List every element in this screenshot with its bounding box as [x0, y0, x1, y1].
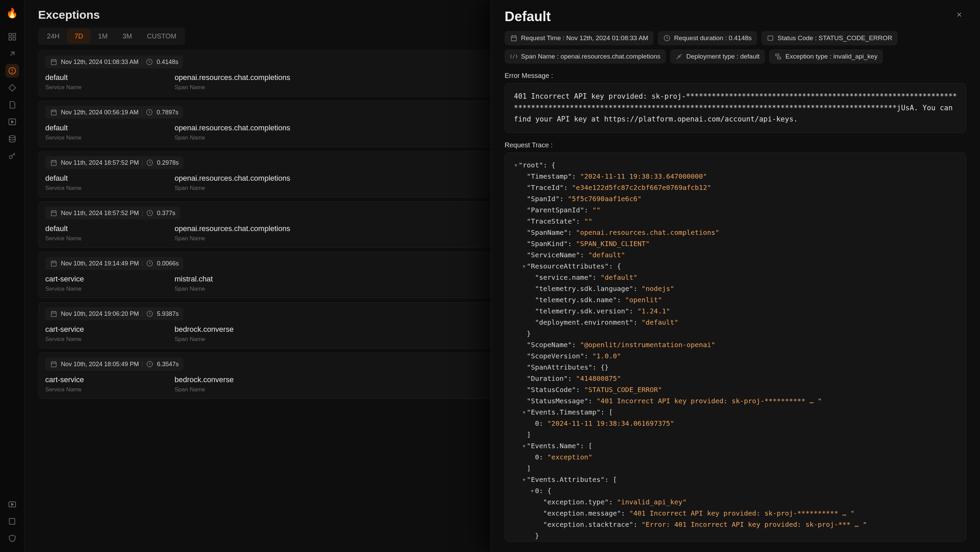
chip-text: Status Code : STATUS_CODE_ERROR — [778, 34, 892, 42]
chip-text: Exception type : invalid_api_key — [785, 53, 877, 60]
panel-chip: Span Name : openai.resources.chat.comple… — [504, 49, 666, 64]
span-name-label: Span Name — [175, 286, 277, 292]
card-service-name: default — [45, 73, 147, 82]
trace-line: "telemetry.sdk.version": "1.24.1" — [514, 305, 957, 317]
calendar-icon — [50, 159, 57, 166]
span-name-label: Span Name — [175, 386, 277, 393]
chip-text: Request Time : Nov 12th, 2024 01:08:33 A… — [521, 34, 648, 42]
time-tab-custom[interactable]: CUSTOM — [140, 29, 184, 44]
span-name-label: Span Name — [175, 235, 290, 242]
database-icon — [8, 134, 17, 143]
trace-line: "StatusMessage": "401 Incorrect API key … — [514, 395, 957, 407]
card-timestamp: Nov 12th, 2024 00:56:19 AM — [61, 109, 138, 116]
panel-chip: Status Code : STATUS_CODE_ERROR — [761, 31, 898, 45]
service-name-label: Service Name — [45, 134, 147, 141]
service-name-label: Service Name — [45, 386, 147, 393]
nav-requests[interactable] — [5, 47, 19, 60]
nav-terminal[interactable] — [5, 115, 19, 129]
trace-line: ▾"root": { — [514, 160, 957, 171]
trace-line: "SpanId": "5f5c7690aaf1e6c6" — [514, 193, 957, 205]
clock-icon — [146, 310, 153, 318]
card-service-name: cart-service — [45, 375, 147, 384]
trace-line: 0: "exception" — [514, 452, 957, 463]
time-tab-24h[interactable]: 24H — [40, 29, 67, 44]
card-duration: 6.3547s — [157, 361, 179, 368]
panel-chip: Request Time : Nov 12th, 2024 01:08:33 A… — [504, 31, 654, 45]
calendar-icon — [50, 58, 57, 66]
trace-line: "StatusCode": "STATUS_CODE_ERROR" — [514, 384, 957, 395]
nav-exceptions[interactable] — [5, 64, 19, 78]
span-name-label: Span Name — [175, 185, 290, 192]
card-span-name: openai.resources.chat.completions — [175, 73, 290, 82]
svg-rect-22 — [51, 362, 56, 367]
svg-rect-24 — [511, 36, 517, 41]
trace-line: "TraceId": "e34e122d5fc87c2cbf667e0769af… — [514, 182, 957, 193]
panel-chip: Exception type : invalid_api_key — [769, 49, 883, 64]
close-button[interactable] — [952, 9, 966, 22]
svg-rect-12 — [51, 110, 56, 115]
panel-title: Default — [504, 9, 551, 24]
app-logo: 🔥 — [5, 6, 19, 20]
calendar-icon — [50, 310, 57, 318]
clock-icon — [146, 209, 153, 217]
card-timestamp: Nov 12th, 2024 01:08:33 AM — [61, 59, 138, 66]
card-meta-pill: Nov 10th, 2024 19:06:20 PM5.9387s — [45, 307, 183, 320]
trace-line: "SpanAttributes": {} — [514, 362, 957, 373]
calendar-icon — [50, 108, 57, 116]
time-tab-3m[interactable]: 3M — [115, 29, 140, 44]
nav-prompts[interactable] — [5, 81, 19, 95]
error-message-label: Error Message : — [491, 70, 980, 83]
play-square-icon — [8, 118, 17, 126]
nav-keys[interactable] — [5, 149, 19, 163]
trace-line: "telemetry.sdk.name": "openlit" — [514, 294, 957, 305]
chip-icon — [510, 53, 517, 60]
svg-rect-14 — [51, 161, 56, 166]
svg-point-7 — [9, 135, 15, 138]
request-trace-body: ▾"root": { "Timestamp": "2024-11-11 19:3… — [504, 153, 966, 542]
trace-line: 0: "2024-11-11 19:38:34.061697375" — [514, 418, 957, 429]
calendar-icon — [50, 209, 57, 217]
clock-icon — [146, 260, 153, 267]
error-message-body: 401 Incorrect API key provided: sk-proj-… — [504, 83, 966, 133]
svg-rect-10 — [51, 60, 56, 65]
sidebar: 🔥 — [0, 0, 24, 552]
card-span-name: openai.resources.chat.completions — [175, 224, 290, 233]
chip-text: Deployment type : default — [686, 53, 759, 60]
card-timestamp: Nov 11th, 2024 18:57:52 PM — [61, 159, 139, 166]
calendar-icon — [50, 360, 57, 368]
card-duration: 0.377s — [157, 210, 175, 217]
trace-line: ] — [514, 429, 957, 441]
nav-settings[interactable] — [5, 531, 19, 545]
nav-book[interactable] — [5, 515, 19, 528]
trace-line: ▾"Events.Name": [ — [514, 441, 957, 452]
chip-icon — [775, 53, 782, 60]
service-name-label: Service Name — [45, 235, 147, 242]
clock-icon — [146, 108, 153, 116]
close-icon — [956, 11, 963, 18]
trace-line: } — [514, 328, 957, 339]
service-name-label: Service Name — [45, 336, 147, 343]
card-service-name: cart-service — [45, 325, 147, 334]
arrow-up-right-icon — [8, 49, 17, 58]
card-span-name: mistral.chat — [175, 275, 277, 283]
svg-rect-26 — [768, 36, 773, 40]
card-service-name: default — [45, 224, 147, 233]
book-icon — [8, 517, 17, 526]
card-service-name: cart-service — [45, 275, 147, 283]
trace-line: ▾"Events.Timestamp": [ — [514, 407, 957, 418]
trace-line: ▾"ResourceAttributes": { — [514, 261, 957, 272]
chip-icon — [675, 53, 683, 60]
nav-docs[interactable] — [5, 98, 19, 111]
nav-database[interactable] — [5, 132, 19, 146]
span-name-label: Span Name — [175, 336, 277, 343]
card-timestamp: Nov 10th, 2024 19:06:20 PM — [61, 310, 139, 318]
chip-icon — [510, 34, 517, 42]
nav-dashboard[interactable] — [5, 30, 19, 44]
panel-chip: Deployment type : default — [670, 49, 765, 64]
chip-text: Request duration : 0.4148s — [674, 34, 752, 42]
time-tab-7d[interactable]: 7D — [67, 29, 91, 44]
card-duration: 5.9387s — [157, 310, 179, 318]
nav-play[interactable] — [5, 498, 19, 511]
card-meta-pill: Nov 10th, 2024 19:14:49 PM0.0066s — [45, 257, 183, 270]
time-tab-1m[interactable]: 1M — [91, 29, 115, 44]
